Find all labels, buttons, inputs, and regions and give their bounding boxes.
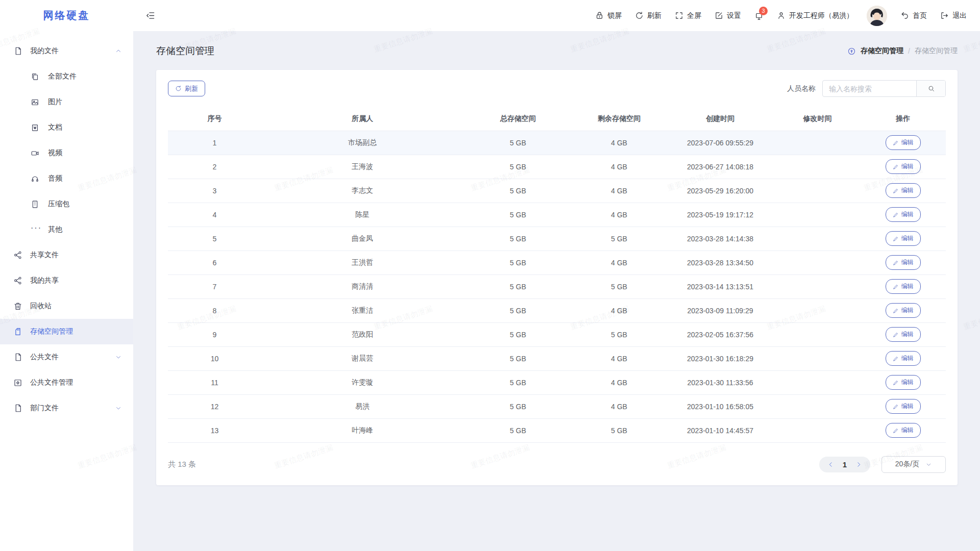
cell-actions: 编辑 [860,131,946,155]
sidebar-item-all-files[interactable]: 全部文件 [0,64,133,89]
cell-owner: 王海波 [261,155,463,179]
edit-button[interactable]: 编辑 [886,351,921,366]
sidebar-item-my-files[interactable]: 我的文件 [0,38,133,64]
collapse-sidebar-icon[interactable] [145,11,155,20]
pencil-icon [893,260,899,266]
cell-actions: 编辑 [860,346,946,370]
column-header: 操作 [860,107,946,131]
table-row[interactable]: 10 谢晨芸 5 GB 4 GB 2023-01-30 16:18:29 编辑 [168,346,946,370]
pencil-icon [893,428,899,434]
cell-owner: 张重洁 [261,298,463,322]
notifications-button[interactable]: 3 [754,11,764,20]
user-role[interactable]: 开发工程师（易洪） [777,11,853,20]
sidebar-item-archives[interactable]: 压缩包 [0,191,133,217]
cell-actions: 编辑 [860,274,946,298]
cell-owner: 范政阳 [261,322,463,346]
home-button[interactable]: 首页 [900,11,927,20]
sidebar-item-public-files[interactable]: 公共文件 [0,344,133,370]
edit-button[interactable]: 编辑 [886,399,921,414]
refresh-table-button[interactable]: 刷新 [168,81,205,96]
edit-button[interactable]: 编辑 [886,135,921,150]
table-row[interactable]: 3 李志文 5 GB 4 GB 2023-05-29 16:20:00 编辑 [168,179,946,203]
cell-actions: 编辑 [860,227,946,251]
cell-modified-time [775,298,861,322]
chevron-up-icon [115,47,122,55]
edit-button[interactable]: 编辑 [886,159,921,174]
sidebar-item-videos[interactable]: 视频 [0,140,133,166]
edit-button[interactable]: 编辑 [886,303,921,318]
breadcrumb-item[interactable]: 存储空间管理 [861,46,903,56]
table-row[interactable]: 13 叶海峰 5 GB 5 GB 2023-01-10 14:45:57 编辑 [168,418,946,442]
sidebar-item-pictures[interactable]: 图片 [0,89,133,115]
search-input[interactable] [823,81,916,96]
sidebar-item-public-files-management[interactable]: 公共文件管理 [0,370,133,395]
edit-label: 编辑 [901,138,914,147]
fullscreen-icon [675,11,683,20]
sidebar-item-label: 我的文件 [30,46,115,56]
table-row[interactable]: 12 易洪 5 GB 4 GB 2023-01-10 16:58:05 编辑 [168,394,946,418]
page-size-select[interactable]: 20条/页 [881,456,946,473]
table-row[interactable]: 8 张重洁 5 GB 4 GB 2023-03-09 11:09:29 编辑 [168,298,946,322]
sidebar-item-others[interactable]: ··· 其他 [0,217,133,242]
topbar: 锁屏 刷新 全屏 设置 3 [133,0,980,31]
sidebar-item-department-files[interactable]: 部门文件 [0,395,133,421]
edit-button[interactable]: 编辑 [886,423,921,438]
table-row[interactable]: 4 陈星 5 GB 4 GB 2023-05-19 19:17:12 编辑 [168,203,946,227]
cell-free-space: 4 GB [572,251,666,274]
table-row[interactable]: 2 王海波 5 GB 4 GB 2023-06-27 14:08:18 编辑 [168,155,946,179]
logout-button[interactable]: 退出 [940,11,967,20]
avatar[interactable] [867,6,887,26]
sidebar-item-label: 存储空间管理 [30,327,122,336]
sidebar-item-recycle-bin[interactable]: 回收站 [0,293,133,319]
cell-free-space: 5 GB [572,418,666,442]
edit-button[interactable]: 编辑 [886,231,921,246]
current-page[interactable]: 1 [838,460,852,469]
edit-button[interactable]: 编辑 [886,255,921,270]
sidebar-item-audio[interactable]: 音频 [0,166,133,191]
chevron-down-icon [115,354,122,361]
cell-modified-time [775,418,861,442]
table-row[interactable]: 6 王洪哲 5 GB 4 GB 2023-03-28 13:34:50 编辑 [168,251,946,274]
sidebar-item-label: 公共文件 [30,353,115,362]
cell-index: 4 [168,203,261,227]
next-page-button[interactable] [852,457,865,472]
table-row[interactable]: 7 商清清 5 GB 5 GB 2023-03-14 13:13:51 编辑 [168,274,946,298]
chevron-down-icon [925,461,932,468]
search-button[interactable] [916,81,945,96]
pencil-icon [893,236,899,242]
table-row[interactable]: 5 曲金凤 5 GB 5 GB 2023-03-28 14:14:38 编辑 [168,227,946,251]
cell-total-space: 5 GB [463,203,572,227]
prev-page-button[interactable] [824,457,838,472]
table-row[interactable]: 9 范政阳 5 GB 5 GB 2023-02-05 16:37:56 编辑 [168,322,946,346]
table-row[interactable]: 11 许雯璇 5 GB 4 GB 2023-01-30 11:33:56 编辑 [168,370,946,394]
edit-button[interactable]: 编辑 [886,207,921,222]
settings-button[interactable]: 设置 [715,11,741,20]
sidebar-item-label: 全部文件 [48,72,122,81]
cell-total-space: 5 GB [463,179,572,203]
table-row[interactable]: 1 市场副总 5 GB 4 GB 2023-07-06 09:55:29 编辑 [168,131,946,155]
cell-index: 13 [168,418,261,442]
cell-total-space: 5 GB [463,155,572,179]
sidebar-item-documents[interactable]: 文档 [0,115,133,140]
fullscreen-button[interactable]: 全屏 [675,11,701,20]
sidebar-item-storage-management[interactable]: 存储空间管理 [0,319,133,344]
cell-modified-time [775,203,861,227]
cell-modified-time [775,370,861,394]
video-camera-icon [31,149,39,158]
page-size-value: 20条/页 [895,460,919,469]
refresh-page-button[interactable]: 刷新 [635,11,662,20]
cell-created-time: 2023-01-30 16:18:29 [666,346,774,370]
sidebar-item-shared-files[interactable]: 共享文件 [0,242,133,268]
edit-label: 编辑 [901,210,914,219]
edit-button[interactable]: 编辑 [886,327,921,342]
lock-screen-button[interactable]: 锁屏 [595,11,622,20]
cell-total-space: 5 GB [463,298,572,322]
cell-free-space: 5 GB [572,227,666,251]
sidebar-item-label: 共享文件 [30,251,122,260]
edit-button[interactable]: 编辑 [886,375,921,390]
edit-button[interactable]: 编辑 [886,279,921,294]
sidebar-item-my-shares[interactable]: 我的共享 [0,268,133,293]
column-header: 总存储空间 [463,107,572,131]
edit-button[interactable]: 编辑 [886,183,921,198]
home-label: 首页 [913,11,927,20]
